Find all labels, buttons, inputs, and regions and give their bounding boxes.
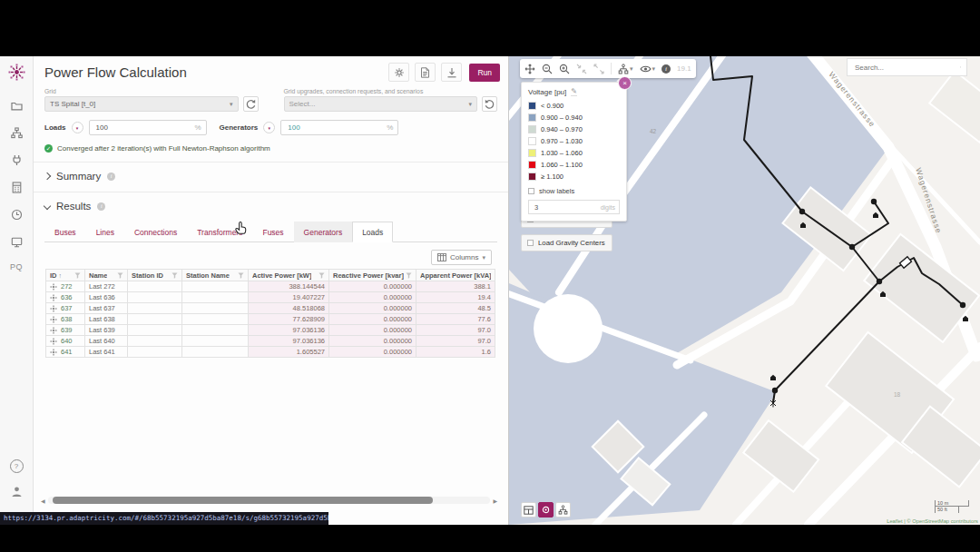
legend-swatch: [528, 102, 536, 110]
legend-swatch: [528, 137, 536, 145]
download-button[interactable]: [441, 63, 462, 82]
digits-input-wrap: digits: [528, 200, 620, 214]
info-icon[interactable]: i: [662, 64, 671, 74]
locate-icon[interactable]: [50, 305, 57, 312]
zoom-out-icon[interactable]: [542, 64, 553, 74]
letterbox-bottom: [0, 525, 980, 552]
zoom-in-icon[interactable]: [559, 64, 570, 74]
col-id[interactable]: ID ↑: [46, 270, 85, 281]
locate-icon[interactable]: [50, 338, 57, 345]
table-row[interactable]: 641 Last 641 1.6055270.0000001.6: [46, 347, 495, 358]
search-input[interactable]: [853, 63, 956, 73]
summary-section-header[interactable]: Summary i: [34, 162, 508, 190]
table-row[interactable]: 637 Last 637 48.5180680.00000048.5: [46, 303, 495, 314]
show-labels-checkbox[interactable]: [528, 188, 534, 194]
col-reactive-power[interactable]: Reactive Power [kvar]: [329, 270, 416, 281]
tab-loads[interactable]: Loads: [352, 222, 393, 242]
locate-icon[interactable]: [50, 283, 57, 291]
filter-icon: [74, 272, 81, 279]
tab-connections[interactable]: Connections: [124, 222, 187, 242]
scrollbar-thumb[interactable]: [53, 497, 433, 504]
scaling-row: Loads ▾ % Generators ▾ %: [34, 112, 508, 138]
refresh-grid-button[interactable]: [243, 96, 259, 112]
pq-module-label[interactable]: PQ: [10, 262, 23, 271]
legend-item: 1.030 – 1.060: [528, 147, 620, 159]
legend-item: 1.060 – 1.100: [528, 159, 620, 171]
edit-pencil-icon[interactable]: ✎: [571, 88, 577, 96]
tab-fuses[interactable]: Fuses: [252, 222, 293, 242]
sitemap-icon[interactable]: [10, 126, 24, 140]
locate-icon[interactable]: [50, 316, 57, 323]
undo-scenario-button[interactable]: [482, 96, 497, 112]
table-row[interactable]: 638 Last 638 77.6289090.00000077.6: [46, 314, 495, 325]
voltage-legend: × Voltage [pu] ✎ < 0.900 0.900 – 0.940 0…: [521, 82, 627, 222]
horizontal-scrollbar[interactable]: ◀ ▶: [41, 496, 497, 505]
schematic-view-button[interactable]: [555, 502, 571, 518]
generators-profile-button[interactable]: ▾: [263, 122, 275, 133]
monitor-icon[interactable]: [10, 235, 24, 249]
tab-lines[interactable]: Lines: [86, 222, 124, 242]
col-station-name[interactable]: Station Name: [182, 270, 249, 281]
locate-icon[interactable]: [50, 327, 57, 334]
locate-icon[interactable]: [50, 294, 57, 301]
expand-extent-icon[interactable]: [593, 64, 604, 74]
columns-button[interactable]: Columns ▾: [431, 250, 492, 265]
loads-profile-button[interactable]: ▾: [72, 122, 83, 133]
locate-icon[interactable]: [50, 349, 57, 356]
map-view-button[interactable]: [538, 502, 554, 518]
col-active-power[interactable]: Active Power [kW]: [249, 270, 329, 281]
loads-input[interactable]: [94, 123, 191, 133]
info-icon: i: [107, 172, 115, 181]
table-row[interactable]: 636 Last 636 19.4072270.00000019.4: [46, 292, 495, 303]
close-icon[interactable]: ×: [618, 76, 632, 90]
scroll-right-icon[interactable]: ▶: [493, 498, 497, 504]
table-row[interactable]: 639 Last 639 97.0361360.00000097.0: [46, 325, 495, 336]
collapse-extent-icon[interactable]: [576, 64, 587, 74]
digits-input[interactable]: [533, 202, 564, 212]
network-layers-icon[interactable]: ▾: [618, 64, 633, 74]
loads-label: Loads: [44, 123, 66, 132]
legend-swatch: [528, 113, 536, 122]
map-attribution: Leaflet | © OpenStreetMap contributors: [887, 518, 978, 524]
tab-buses[interactable]: Buses: [44, 222, 86, 242]
columns-icon: [437, 253, 446, 261]
col-apparent-power[interactable]: Apparent Power [kVA]: [416, 270, 495, 281]
scenario-select[interactable]: Select...▾: [284, 96, 478, 112]
load-gravity-toggle[interactable]: Load Gravity Centers: [521, 234, 612, 251]
filter-icon[interactable]: [960, 64, 961, 71]
info-icon: i: [97, 202, 105, 211]
folder-icon[interactable]: [10, 99, 24, 113]
browser-status-url: https://3134.pr.adaptricity.com/#/68b557…: [0, 512, 328, 525]
pan-icon[interactable]: [524, 64, 535, 74]
scroll-left-icon[interactable]: ◀: [41, 498, 45, 504]
sidebar: PQ ? »: [0, 56, 34, 525]
generators-input[interactable]: [286, 123, 383, 133]
loads-unit: %: [194, 123, 201, 132]
legend-item: 0.940 – 0.970: [528, 123, 620, 135]
visibility-eye-icon[interactable]: ▾: [640, 64, 656, 74]
table-row[interactable]: 640 Last 640 97.0361360.00000097.0: [46, 336, 495, 347]
col-station-id[interactable]: Station ID: [128, 270, 182, 281]
filter-icon: [172, 272, 178, 279]
legend-item: 0.970 – 1.030: [528, 135, 620, 147]
list-view-button[interactable]: [521, 502, 536, 518]
plug-icon[interactable]: [10, 153, 24, 167]
load-gravity-checkbox[interactable]: [527, 240, 534, 246]
toolbar-divider: [611, 63, 612, 74]
grid-selection-row: Grid TS Spital [t_0]▾ Grid upgrades, con…: [34, 85, 508, 112]
run-button[interactable]: Run: [469, 64, 500, 82]
table-row[interactable]: 272 Last 272 388.1445440.000000388.1: [46, 281, 495, 292]
grid-select[interactable]: TS Spital [t_0]▾: [44, 96, 239, 112]
loads-results-table: ID ↑ Name Station ID Station Name Active…: [45, 269, 495, 358]
legend-item: < 0.900: [528, 100, 620, 112]
results-section-header[interactable]: Results i: [34, 192, 508, 220]
user-icon[interactable]: [10, 485, 24, 498]
adaptricity-logo-icon[interactable]: [8, 64, 25, 84]
help-icon[interactable]: ?: [10, 459, 24, 473]
col-name[interactable]: Name: [85, 270, 128, 281]
settings-button[interactable]: [388, 63, 409, 82]
report-file-icon[interactable]: [415, 63, 436, 82]
tab-generators[interactable]: Generators: [294, 222, 353, 242]
clock-icon[interactable]: [10, 208, 24, 222]
calculator-icon[interactable]: [10, 181, 24, 194]
